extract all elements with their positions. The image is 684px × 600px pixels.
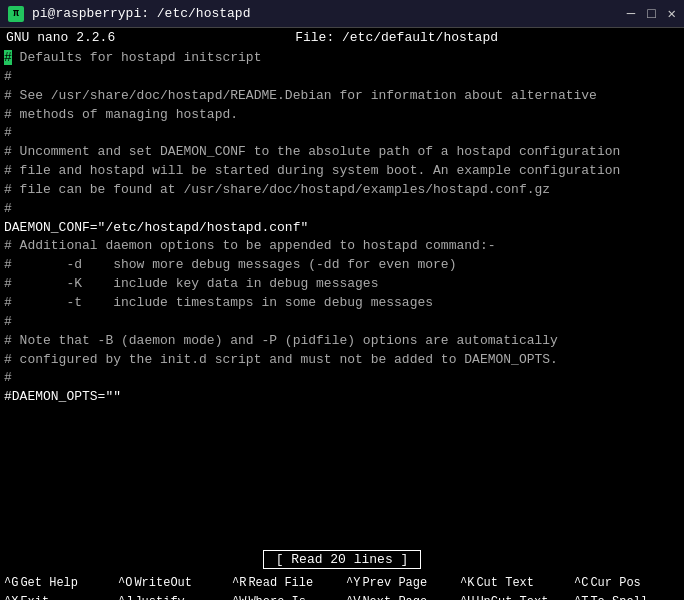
editor-line: # file and hostapd will be started durin… (4, 162, 680, 181)
shortcut-key: ^K (460, 576, 474, 590)
nano-version: GNU nano 2.2.6 (6, 30, 115, 45)
shortcut-label: Prev Page (362, 576, 427, 590)
editor-line: # Uncomment and set DAEMON_CONF to the a… (4, 143, 680, 162)
editor-line: # (4, 200, 680, 219)
editor-line: # -t include timestamps in some debug me… (4, 294, 680, 313)
shortcut-item[interactable]: ^O WriteOut (114, 573, 228, 592)
shortcut-label: Exit (20, 595, 49, 601)
titlebar-title: pi@raspberrypi: /etc/hostapd (32, 6, 250, 21)
shortcut-key: ^U (460, 595, 474, 601)
shortcut-key: ^R (232, 576, 246, 590)
shortcut-item[interactable]: ^W Where Is (228, 592, 342, 600)
shortcut-item[interactable]: ^T To Spell (570, 592, 684, 600)
editor-line: # Note that -B (daemon mode) and -P (pid… (4, 332, 680, 351)
shortcut-item[interactable]: ^C Cur Pos (570, 573, 684, 592)
shortcut-label: Get Help (20, 576, 78, 590)
close-button[interactable]: ✕ (668, 7, 676, 21)
editor-line: #DAEMON_OPTS="" (4, 388, 680, 407)
shortcut-key: ^X (4, 595, 18, 601)
shortcut-key: ^O (118, 576, 132, 590)
editor-line: # -d show more debug messages (-dd for e… (4, 256, 680, 275)
terminal-icon: π (8, 6, 24, 22)
editor-line: # Defaults for hostapd initscript (4, 49, 680, 68)
editor-line: # methods of managing hostapd. (4, 106, 680, 125)
status-message: [ Read 20 lines ] (263, 550, 422, 569)
editor-line: # configured by the init.d script and mu… (4, 351, 680, 370)
nano-header: GNU nano 2.2.6 File: /etc/default/hostap… (0, 28, 684, 47)
shortcut-label: Cur Pos (590, 576, 640, 590)
shortcut-label: Read File (248, 576, 313, 590)
shortcut-item[interactable]: ^G Get Help (0, 573, 114, 592)
editor-line: # (4, 369, 680, 388)
editor-line: DAEMON_CONF="/etc/hostapd/hostapd.conf" (4, 219, 680, 238)
shortcut-label: Where Is (248, 595, 306, 601)
shortcut-label: Justify (134, 595, 184, 601)
titlebar: π pi@raspberrypi: /etc/hostapd ─ □ ✕ (0, 0, 684, 28)
editor-line: # (4, 124, 680, 143)
shortcut-label: Cut Text (476, 576, 534, 590)
terminal-area: GNU nano 2.2.6 File: /etc/default/hostap… (0, 28, 684, 548)
shortcut-row-1: ^G Get Help^O WriteOut^R Read File^Y Pre… (0, 573, 684, 592)
titlebar-left: π pi@raspberrypi: /etc/hostapd (8, 6, 250, 22)
editor-line: # Additional daemon options to be append… (4, 237, 680, 256)
shortcut-item[interactable]: ^Y Prev Page (342, 573, 456, 592)
shortcut-key: ^C (574, 576, 588, 590)
shortcut-item[interactable]: ^R Read File (228, 573, 342, 592)
shortcut-key: ^T (574, 595, 588, 601)
shortcut-item[interactable]: ^J Justify (114, 592, 228, 600)
shortcut-label: UnCut Text (476, 595, 548, 601)
editor-line: # (4, 313, 680, 332)
shortcut-key: ^G (4, 576, 18, 590)
editor-line: # file can be found at /usr/share/doc/ho… (4, 181, 680, 200)
shortcut-key: ^Y (346, 576, 360, 590)
shortcut-row-2: ^X Exit^J Justify^W Where Is^V Next Page… (0, 592, 684, 600)
shortcut-item[interactable]: ^V Next Page (342, 592, 456, 600)
titlebar-controls[interactable]: ─ □ ✕ (627, 7, 676, 21)
shortcut-item[interactable]: ^U UnCut Text (456, 592, 570, 600)
shortcut-label: To Spell (590, 595, 648, 601)
editor-content[interactable]: # Defaults for hostapd initscript## See … (0, 47, 684, 409)
editor-line: # (4, 68, 680, 87)
nano-filename: File: /etc/default/hostapd (295, 30, 498, 45)
shortcut-label: WriteOut (134, 576, 192, 590)
shortcut-label: Next Page (362, 595, 427, 601)
shortcut-key: ^V (346, 595, 360, 601)
editor-line: # See /usr/share/doc/hostapd/README.Debi… (4, 87, 680, 106)
maximize-button[interactable]: □ (647, 7, 655, 21)
status-bar: [ Read 20 lines ] (0, 548, 684, 571)
shortcut-bar: ^G Get Help^O WriteOut^R Read File^Y Pre… (0, 571, 684, 600)
editor-line: # -K include key data in debug messages (4, 275, 680, 294)
shortcut-item[interactable]: ^X Exit (0, 592, 114, 600)
shortcut-item[interactable]: ^K Cut Text (456, 573, 570, 592)
minimize-button[interactable]: ─ (627, 7, 635, 21)
shortcut-key: ^J (118, 595, 132, 601)
shortcut-key: ^W (232, 595, 246, 601)
